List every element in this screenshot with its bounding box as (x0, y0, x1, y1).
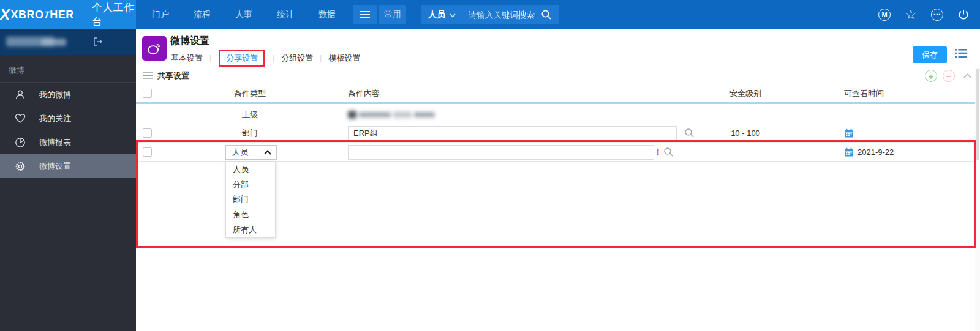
tab-template-settings[interactable]: 模板设置 (328, 51, 361, 65)
nav-item-hr[interactable]: 人事 (232, 9, 256, 20)
security-level-value: 10 - 100 (706, 124, 785, 142)
view-time-value: 2021-9-22 (858, 147, 894, 157)
nav-item-stats[interactable]: 统计 (273, 9, 298, 20)
more-circle-icon[interactable]: ⋯ (930, 8, 944, 21)
settings-tabs: 基本设置 | 分享设置 | 分组设置 | 模板设置 (170, 50, 361, 67)
share-settings-section-bar: 共享设置 + − (136, 67, 980, 84)
page-title: 微博设置 (170, 35, 209, 48)
tab-group-settings[interactable]: 分组设置 (281, 51, 314, 65)
sidebar-item-label: 我的关注 (39, 113, 71, 124)
sidebar-item-label: 微博设置 (39, 161, 71, 172)
condition-type-dropdown-list: 人员 分部 部门 角色 所有人 (225, 162, 276, 238)
brand-logo[interactable]: XXBROTHER｜个人工作台 (0, 0, 136, 29)
section-actions: + − (925, 67, 971, 84)
scrollbar-thumb[interactable] (976, 69, 979, 160)
user-icon (15, 89, 26, 100)
tab-basic-settings[interactable]: 基本设置 (170, 51, 203, 65)
heart-icon (15, 113, 26, 124)
dropdown-option-department[interactable]: 部门 (226, 192, 275, 207)
nav-item-portal[interactable]: 门户 (148, 9, 173, 20)
list-view-icon[interactable] (955, 48, 967, 58)
table-row: 人员 ! 2021-9-22 (136, 143, 980, 162)
workspace-label: 个人工作台 (92, 1, 136, 29)
remove-circle-icon[interactable]: − (943, 70, 955, 82)
top-nav-menu: 门户 流程 人事 统计 数据 (148, 9, 339, 20)
condition-content-input[interactable] (348, 126, 677, 141)
vertical-scrollbar[interactable] (975, 67, 980, 331)
search-input[interactable] (469, 10, 541, 20)
logout-icon[interactable] (93, 37, 103, 46)
pie-chart-icon (15, 137, 26, 148)
condition-type-value: 上级 (209, 106, 290, 124)
add-circle-icon[interactable]: + (925, 70, 937, 82)
row-checkbox[interactable] (143, 128, 152, 138)
gear-icon (15, 161, 26, 172)
save-button[interactable]: 保存 (913, 46, 947, 63)
condition-type-select[interactable]: 人员 (225, 145, 277, 160)
censored-condition-content (348, 106, 440, 124)
chevron-down-icon[interactable] (450, 13, 456, 18)
topbar-right-icons: M ☆ ⋯ (878, 0, 970, 29)
power-icon[interactable] (957, 8, 970, 21)
calendar-icon[interactable] (844, 128, 854, 138)
tab-share-settings[interactable]: 分享设置 (219, 50, 265, 67)
condition-type-value: 部门 (209, 124, 290, 142)
left-sidebar: 微博 我的微博 我的关注 微博报表 微博设置 (0, 29, 136, 331)
brand-x: X (0, 6, 10, 23)
dropdown-option-role[interactable]: 角色 (226, 207, 275, 223)
brand-separator: ｜ (78, 9, 88, 21)
sidebar-section-label: 微博 (0, 55, 136, 82)
brand-head: XBRO (11, 9, 44, 21)
sidebar-item-my-follows[interactable]: 我的关注 (0, 106, 136, 130)
nav-item-process[interactable]: 流程 (190, 9, 214, 20)
column-header-condition-content: 条件内容 (348, 84, 380, 102)
search-lookup-icon[interactable] (663, 147, 674, 157)
section-title: 共享设置 (157, 70, 189, 81)
tab-separator: | (209, 54, 211, 62)
sidebar-item-label: 我的微博 (39, 89, 71, 100)
sidebar-item-label: 微博报表 (39, 137, 71, 148)
section-menu-icon[interactable] (143, 72, 153, 79)
sidebar-item-weibo-settings[interactable]: 微博设置 (0, 154, 136, 178)
main-content: 微博设置 基本设置 | 分享设置 | 分组设置 | 模板设置 保存 共享设置 +… (136, 29, 980, 331)
hamburger-icon (360, 10, 371, 19)
collapse-chevron-icon[interactable] (963, 73, 971, 78)
m-circle-icon[interactable]: M (878, 8, 891, 21)
column-header-security-level: 安全级别 (706, 84, 785, 102)
validation-mark: ! (657, 147, 660, 157)
select-all-checkbox[interactable] (143, 89, 152, 98)
selected-option: 人员 (232, 147, 264, 158)
nav-item-data[interactable]: 数据 (315, 9, 339, 20)
tab-separator: | (320, 54, 322, 62)
tab-separator: | (273, 54, 274, 62)
search-divider (462, 10, 462, 20)
global-search: 人员 (421, 5, 559, 24)
dropdown-option-person[interactable]: 人员 (226, 162, 275, 177)
page-header: 微博设置 基本设置 | 分享设置 | 分组设置 | 模板设置 保存 (136, 29, 980, 67)
table-row: 部门 10 - 100 (136, 124, 980, 143)
dropdown-option-branch[interactable]: 分部 (226, 177, 275, 193)
search-icon[interactable] (541, 9, 552, 20)
column-header-view-time: 可查看时间 (844, 84, 884, 102)
row-checkbox[interactable] (143, 147, 152, 157)
star-icon[interactable]: ☆ (904, 8, 918, 21)
table-row: 上级 (136, 106, 980, 124)
search-lookup-icon[interactable] (684, 128, 695, 138)
sidebar-user-area[interactable] (0, 29, 136, 55)
table-header-row: 条件类型 条件内容 安全级别 可查看时间 (136, 84, 980, 104)
brand-tail: HER (50, 9, 74, 21)
column-header-condition-type: 条件类型 (209, 84, 290, 102)
common-button[interactable]: 常用 (379, 5, 406, 24)
chevron-up-icon (264, 150, 271, 155)
censored-username (6, 35, 80, 49)
top-navigation-bar: XXBROTHER｜个人工作台 门户 流程 人事 统计 数据 常用 人员 M ☆… (0, 0, 980, 29)
calendar-icon[interactable] (844, 147, 854, 157)
condition-content-input[interactable] (348, 145, 654, 160)
weibo-app-icon (142, 36, 167, 61)
sidebar-item-weibo-report[interactable]: 微博报表 (0, 130, 136, 154)
dropdown-option-everyone[interactable]: 所有人 (226, 222, 275, 237)
sidebar-item-my-weibo[interactable]: 我的微博 (0, 83, 136, 106)
search-category-dropdown[interactable]: 人员 (428, 9, 445, 20)
apps-menu-button[interactable] (353, 5, 377, 24)
